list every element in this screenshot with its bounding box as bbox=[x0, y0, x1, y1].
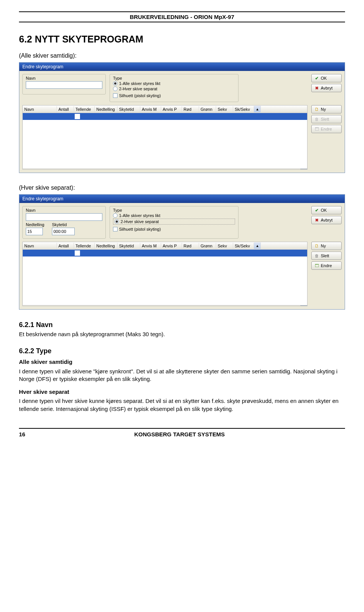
th-gronn[interactable]: Grønn bbox=[199, 106, 216, 112]
table-row[interactable] bbox=[23, 250, 307, 256]
scroll-up-icon[interactable]: ▴ bbox=[254, 106, 261, 112]
th-skytetid[interactable]: Skytetid bbox=[118, 106, 140, 112]
radio-icon bbox=[113, 81, 118, 86]
endre-button[interactable]: 🗔 Endre bbox=[311, 125, 342, 133]
ok-button[interactable]: ✔ OK bbox=[311, 206, 342, 214]
checkbox-silhuett[interactable]: Silhuett (pistol skyting) bbox=[113, 227, 235, 231]
new-icon: 🗋 bbox=[314, 107, 319, 112]
th-rod[interactable]: Rød bbox=[182, 106, 199, 112]
th-anvism[interactable]: Anvis M bbox=[140, 243, 161, 249]
label-skytetid: Skytetid bbox=[52, 222, 75, 227]
th-rod[interactable]: Rød bbox=[182, 243, 199, 249]
slett-label: Slett bbox=[321, 117, 329, 121]
label-type: Type bbox=[113, 208, 235, 212]
section-title: 6.2 NYTT SKYTEPROGRAM bbox=[19, 34, 345, 45]
slett-label: Slett bbox=[321, 253, 329, 258]
ok-button[interactable]: ✔ OK bbox=[311, 74, 342, 82]
data-table[interactable]: Navn Antall Tellende Nedtelling Skytetid… bbox=[22, 105, 308, 170]
avbryt-button[interactable]: ✖ Avbryt bbox=[311, 216, 342, 224]
slett-button[interactable]: 🗑 Slett bbox=[311, 115, 342, 123]
radio-type-1[interactable]: 1-Alle skiver styres likt bbox=[113, 81, 235, 86]
radio-icon bbox=[113, 213, 118, 218]
edit-icon: 🗔 bbox=[314, 263, 319, 268]
th-sksekv[interactable]: Sk/Sekv bbox=[233, 243, 254, 249]
checkbox-silhuett-label: Silhuett (pistol skyting) bbox=[119, 227, 161, 231]
ok-label: OK bbox=[321, 208, 327, 212]
th-gronn[interactable]: Grønn bbox=[199, 243, 216, 249]
checkbox-silhuett[interactable]: Silhuett (pistol skyting) bbox=[113, 93, 235, 98]
table-row[interactable] bbox=[23, 113, 307, 120]
radio-icon bbox=[113, 87, 118, 91]
footer-page: 16 bbox=[19, 431, 25, 437]
footer-brand: KONGSBERG TARGET SYSTEMS bbox=[25, 431, 334, 437]
endre-button[interactable]: 🗔 Endre bbox=[311, 261, 342, 270]
table-header: Navn Antall Tellende Nedtelling Skytetid… bbox=[23, 105, 307, 113]
th-navn[interactable]: Navn bbox=[23, 243, 57, 249]
checkbox-icon bbox=[113, 227, 118, 231]
th-sksekv[interactable]: Sk/Sekv bbox=[233, 106, 254, 112]
avbryt-label: Avbryt bbox=[321, 218, 333, 222]
dialog-title: Endre skyteprogram bbox=[22, 64, 63, 69]
radio-type-2[interactable]: 2-Hver skive separat bbox=[113, 219, 235, 225]
skytetid-input[interactable] bbox=[52, 228, 75, 235]
th-sekv[interactable]: Sekv bbox=[216, 106, 233, 112]
dialog-endre-1: Endre skyteprogram Navn Type 1-Alle skiv… bbox=[19, 62, 345, 173]
scroll-down-icon[interactable]: ▾ bbox=[300, 169, 307, 170]
radio-type-1[interactable]: 1-Alle skiver styres likt bbox=[113, 213, 235, 218]
radio-type-1-label: 1-Alle skiver styres likt bbox=[119, 81, 160, 86]
label-nedtelling: Nedtelling bbox=[26, 222, 44, 227]
header-rule-top bbox=[19, 11, 345, 12]
slett-button[interactable]: 🗑 Slett bbox=[311, 252, 342, 260]
caption-alle: (Alle skiver samtidig): bbox=[19, 52, 345, 59]
ny-label: Ny bbox=[321, 107, 326, 112]
sub-navn-body: Et beskrivende navn på skyteprogrammet (… bbox=[19, 330, 345, 338]
ny-label: Ny bbox=[321, 244, 326, 248]
dialog-titlebar[interactable]: Endre skyteprogram bbox=[19, 195, 345, 203]
fieldset-navn: Navn bbox=[22, 74, 106, 94]
fieldset-navn: Navn Nedtelling Skytetid bbox=[22, 206, 106, 239]
th-anvisp[interactable]: Anvis P bbox=[161, 106, 182, 112]
label-navn: Navn bbox=[26, 208, 102, 212]
header-rule-bottom bbox=[19, 22, 345, 22]
th-nedtelling[interactable]: Nedtelling bbox=[95, 243, 118, 249]
data-table[interactable]: Navn Antall Tellende Nedtelling Skytetid… bbox=[22, 242, 308, 306]
navn-input[interactable] bbox=[26, 213, 102, 221]
dialog-titlebar[interactable]: Endre skyteprogram bbox=[19, 63, 345, 71]
th-anvism[interactable]: Anvis M bbox=[140, 106, 161, 112]
page-header: BRUKERVEILEDNING - ORION MpX-97 bbox=[19, 14, 345, 20]
nedtelling-input[interactable] bbox=[26, 228, 43, 235]
ny-button[interactable]: 🗋 Ny bbox=[311, 242, 342, 250]
avbryt-button[interactable]: ✖ Avbryt bbox=[311, 84, 342, 92]
radio-type-1-label: 1-Alle skiver styres likt bbox=[119, 213, 160, 218]
close-icon: ✖ bbox=[314, 217, 319, 223]
fieldset-type: Type 1-Alle skiver styres likt 2-Hver sk… bbox=[110, 74, 238, 102]
th-anvisp[interactable]: Anvis P bbox=[161, 243, 182, 249]
check-icon: ✔ bbox=[314, 208, 319, 213]
th-tellende[interactable]: Tellende bbox=[74, 243, 95, 249]
type-alle-body: I denne typen vil alle skivene "kjøre sy… bbox=[19, 368, 345, 383]
scroll-down-icon[interactable]: ▾ bbox=[300, 305, 307, 306]
check-icon: ✔ bbox=[314, 76, 319, 81]
type-alle-heading: Alle skiver samtidig bbox=[19, 358, 345, 366]
th-skytetid[interactable]: Skytetid bbox=[118, 243, 140, 249]
th-antall[interactable]: Antall bbox=[57, 106, 74, 112]
navn-input[interactable] bbox=[26, 81, 102, 89]
avbryt-label: Avbryt bbox=[321, 86, 333, 90]
dialog-title: Endre skyteprogram bbox=[22, 196, 63, 201]
scroll-up-icon[interactable]: ▴ bbox=[254, 242, 261, 249]
th-sekv[interactable]: Sekv bbox=[216, 243, 233, 249]
endre-label: Endre bbox=[321, 127, 332, 131]
ny-button[interactable]: 🗋 Ny bbox=[311, 105, 342, 113]
label-type: Type bbox=[113, 76, 235, 80]
th-tellende[interactable]: Tellende bbox=[74, 106, 95, 112]
th-antall[interactable]: Antall bbox=[57, 243, 74, 249]
close-icon: ✖ bbox=[314, 85, 319, 91]
radio-type-2[interactable]: 2-Hver skive separat bbox=[113, 87, 235, 91]
edit-icon: 🗔 bbox=[314, 126, 319, 132]
th-navn[interactable]: Navn bbox=[23, 106, 57, 112]
dialog-endre-2: Endre skyteprogram Navn Nedtelling Skyte… bbox=[19, 194, 345, 310]
th-nedtelling[interactable]: Nedtelling bbox=[95, 106, 118, 112]
radio-type-2-label: 2-Hver skive separat bbox=[119, 87, 157, 91]
sub-type-title: 6.2.2 Type bbox=[19, 347, 345, 355]
endre-label: Endre bbox=[321, 263, 332, 268]
